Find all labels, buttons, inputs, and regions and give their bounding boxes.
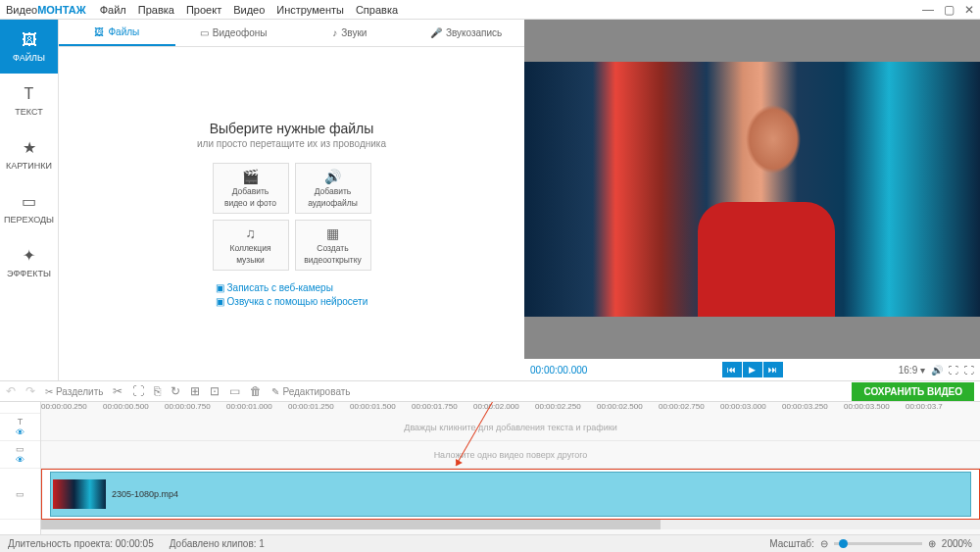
wand-icon: ✦ (23, 246, 35, 265)
aspect-ratio-button[interactable]: 16:9 ▾ (899, 365, 925, 376)
clip-filename: 2305-1080p.mp4 (112, 489, 178, 499)
tab-files[interactable]: 🖼Файлы (59, 20, 175, 46)
text-track-header[interactable]: T👁 (0, 414, 40, 441)
delete-button[interactable]: 🗑 (250, 384, 262, 398)
next-frame-button[interactable]: ⏭ (763, 362, 783, 377)
add-video-button[interactable]: 🎬Добавитьвидео и фото (213, 163, 289, 214)
menu-project[interactable]: Проект (186, 4, 221, 16)
timeline-scrollbar[interactable] (41, 520, 980, 529)
app-title: ВидеоМОНТАЖ (6, 4, 86, 16)
cut-button[interactable]: ✂ (113, 384, 122, 398)
snapshot-icon[interactable]: ⛶ (949, 365, 958, 376)
zoom-value: 2000% (942, 538, 972, 549)
film-icon: 🎬 (242, 169, 259, 184)
speaker-icon: 🔊 (324, 169, 341, 184)
time-ruler[interactable]: 00:00:00.25000:00:00.50000:00:00.75000:0… (41, 402, 980, 414)
crop-button[interactable]: ⛶ (132, 384, 144, 398)
close-button[interactable]: ✕ (964, 3, 974, 17)
overlay-track-header[interactable]: ▭👁 (0, 441, 40, 469)
text-track-icon: T (18, 417, 24, 427)
menu-help[interactable]: Справка (356, 4, 398, 16)
tab-record[interactable]: 🎤Звукозапись (408, 20, 524, 46)
zoom-in-button[interactable]: ⊕ (928, 538, 936, 549)
menu-file[interactable]: Файл (100, 4, 126, 16)
time-display: 00:00:00.000 (530, 365, 587, 376)
music-icon: ♫ (245, 226, 256, 241)
drop-heading: Выберите нужные файлы (210, 121, 374, 136)
sound-icon: ♪ (332, 27, 337, 38)
rotate-button[interactable]: ↻ (171, 384, 180, 398)
center-panel: 🖼Файлы ▭Видеофоны ♪Звуки 🎤Звукозапись Вы… (59, 20, 524, 380)
text-icon: T (24, 85, 34, 103)
video-clip[interactable]: 2305-1080p.mp4 (50, 472, 971, 517)
track-headers: T👁 ▭👁 ▭ (0, 402, 41, 534)
tab-sounds[interactable]: ♪Звуки (292, 20, 409, 46)
sidebar-transitions[interactable]: ▭ПЕРЕХОДЫ (0, 181, 58, 235)
split-button[interactable]: ✂ Разделить (45, 386, 103, 397)
center-tabs: 🖼Файлы ▭Видеофоны ♪Звуки 🎤Звукозапись (59, 20, 524, 47)
main-menu: Файл Правка Проект Видео Инструменты Спр… (100, 4, 398, 16)
music-library-button[interactable]: ♫Коллекциямузыки (213, 220, 289, 271)
project-duration: Длительность проекта: 00:00:05 (8, 538, 154, 549)
mic-icon: 🎤 (430, 27, 442, 38)
menu-video[interactable]: Видео (233, 4, 265, 16)
transition-icon: ▭ (22, 192, 36, 211)
video-track-header[interactable]: ▭ (0, 469, 40, 520)
sidebar-effects[interactable]: ✦ЭФФЕКТЫ (0, 235, 58, 289)
sidebar-pictures[interactable]: ★КАРТИНКИ (0, 127, 58, 181)
preview-panel: 00:00:00.000 ⏮ ▶ ⏭ 16:9 ▾ 🔊 ⛶ ⛶ (524, 20, 980, 380)
eye-icon[interactable]: 👁 (16, 455, 24, 465)
files-icon: 🖼 (94, 26, 104, 37)
video-frame (524, 62, 980, 317)
image-icon: 🖼 (22, 31, 37, 49)
tool-b-button[interactable]: ⊡ (210, 384, 220, 398)
save-video-button[interactable]: СОХРАНИТЬ ВИДЕО (852, 382, 974, 401)
videobg-icon: ▭ (200, 27, 209, 38)
clips-count: Добавлено клипов: 1 (170, 538, 265, 549)
zoom-slider[interactable] (834, 542, 922, 545)
sidebar-files[interactable]: 🖼ФАЙЛЫ (0, 20, 58, 74)
tracks-area[interactable]: 00:00:00.25000:00:00.50000:00:00.75000:0… (41, 402, 980, 534)
volume-icon[interactable]: 🔊 (931, 365, 943, 376)
card-icon: ▦ (326, 226, 339, 241)
star-icon: ★ (23, 138, 36, 157)
webcam-link[interactable]: ▣ Записать с веб-камеры (216, 282, 368, 293)
video-preview[interactable] (524, 20, 980, 359)
video-track[interactable]: 2305-1080p.mp4 (41, 469, 980, 520)
prev-frame-button[interactable]: ⏮ (722, 362, 742, 377)
tab-videobackgrounds[interactable]: ▭Видеофоны (175, 20, 292, 46)
overlay-track[interactable]: Наложите одно видео поверх другого (41, 441, 980, 469)
copy-button[interactable]: ⎘ (154, 384, 161, 398)
preview-controls: 00:00:00.000 ⏮ ▶ ⏭ 16:9 ▾ 🔊 ⛶ ⛶ (524, 359, 980, 380)
maximize-button[interactable]: ▢ (944, 3, 955, 17)
status-bar: Длительность проекта: 00:00:05 Добавлено… (0, 534, 980, 552)
title-bar: ВидеоМОНТАЖ Файл Правка Проект Видео Инс… (0, 0, 980, 20)
video-track-icon: ▭ (16, 489, 24, 499)
redo-button[interactable]: ↷ (25, 384, 35, 398)
drop-area[interactable]: Выберите нужные файлы или просто перетащ… (59, 47, 524, 380)
drop-subheading: или просто перетащите их из проводника (197, 138, 386, 149)
fullscreen-icon[interactable]: ⛶ (964, 365, 974, 376)
tool-a-button[interactable]: ⊞ (190, 384, 200, 398)
overlay-track-icon: ▭ (16, 444, 24, 454)
window-controls: — ▢ ✕ (922, 3, 974, 17)
timeline-toolbar: ↶ ↷ ✂ Разделить ✂ ⛶ ⎘ ↻ ⊞ ⊡ ▭ 🗑 ✎ Редакт… (0, 380, 980, 402)
menu-tools[interactable]: Инструменты (276, 4, 344, 16)
zoom-label: Масштаб: (769, 538, 814, 549)
minimize-button[interactable]: — (922, 3, 934, 17)
timeline: T👁 ▭👁 ▭ 00:00:00.25000:00:00.50000:00:00… (0, 402, 980, 534)
play-button[interactable]: ▶ (743, 362, 762, 377)
create-card-button[interactable]: ▦Создатьвидеооткрытку (295, 220, 371, 271)
tool-c-button[interactable]: ▭ (229, 384, 240, 398)
menu-edit[interactable]: Правка (138, 4, 174, 16)
eye-icon[interactable]: 👁 (16, 427, 24, 437)
edit-button[interactable]: ✎ Редактировать (271, 386, 350, 397)
text-track[interactable]: Дважды кликните для добавления текста и … (41, 414, 980, 441)
ai-voice-link[interactable]: ▣ Озвучка с помощью нейросети (216, 296, 368, 307)
sidebar-text[interactable]: TТЕКСТ (0, 74, 58, 127)
add-audio-button[interactable]: 🔊Добавитьаудиофайлы (295, 163, 371, 214)
undo-button[interactable]: ↶ (6, 384, 16, 398)
clip-thumbnail (53, 479, 106, 509)
left-sidebar: 🖼ФАЙЛЫ TТЕКСТ ★КАРТИНКИ ▭ПЕРЕХОДЫ ✦ЭФФЕК… (0, 20, 59, 380)
zoom-out-button[interactable]: ⊖ (820, 538, 828, 549)
